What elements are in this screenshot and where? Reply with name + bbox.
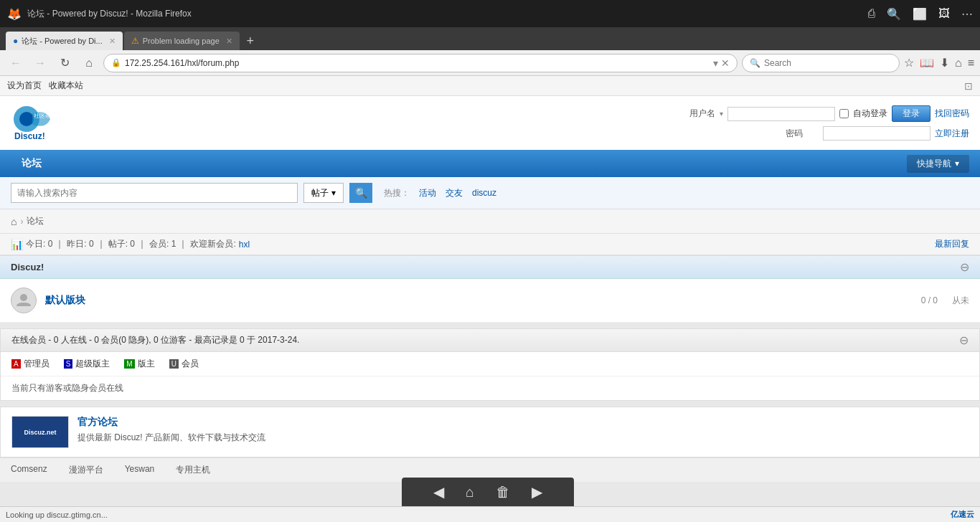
svg-point-1 (19, 112, 34, 126)
footer-link-manyou[interactable]: 漫游平台 (69, 464, 103, 476)
svg-text:社区动力: 社区动力 (34, 113, 57, 119)
back-button[interactable]: ← (6, 53, 26, 73)
zoom-icon[interactable]: 🔍 (887, 7, 901, 21)
stats-yesterday: 昨日: 0 (67, 238, 93, 250)
legend-member: U 会员 (169, 358, 199, 370)
mod-badge-icon: M (124, 359, 134, 369)
latest-reply-link[interactable]: 最新回复 (935, 238, 969, 250)
bookmark-site-link[interactable]: 收藏本站 (49, 80, 83, 92)
online-section: 在线会员 - 0 人在线 - 0 会员(0 隐身), 0 位游客 - 最高记录是… (0, 328, 980, 401)
tab-label-error: Problem loading page (143, 37, 220, 45)
search-go-icon: 🔍 (355, 187, 367, 199)
svg-text:Discuz!: Discuz! (14, 131, 45, 141)
forgot-password-link[interactable]: 找回密码 (935, 108, 969, 120)
menu-icon[interactable]: ≡ (968, 57, 974, 70)
tab-error[interactable]: ⚠ Problem loading page ✕ (124, 32, 240, 50)
search-type-arrow: ▾ (331, 188, 336, 198)
footer-link-hosting[interactable]: 专用主机 (176, 464, 210, 476)
lock-icon: 🔒 (111, 58, 121, 67)
official-forum: Discuz.net 官方论坛 提供最新 Discuz! 产品新闻、软件下载与技… (11, 416, 969, 448)
hot-link-friends[interactable]: 交友 (446, 187, 463, 199)
tab-favicon-forum: ● (13, 36, 18, 46)
home-button[interactable]: ⌂ (79, 53, 99, 73)
search-type-dropdown[interactable]: 帖子 ▾ (303, 183, 344, 203)
dropdown-arrow[interactable]: ▾ (713, 57, 718, 69)
bottom-home-button[interactable]: ⌂ (466, 484, 474, 498)
official-logo-text: Discuz.net (24, 429, 56, 436)
stats-today: 今日: 0 (26, 238, 52, 250)
stats-posts: 帖子: 0 (108, 238, 135, 250)
login-button[interactable]: 登录 (892, 105, 930, 122)
window-icon[interactable]: ⬜ (913, 7, 927, 21)
more-icon[interactable]: ⋯ (961, 7, 973, 21)
register-link[interactable]: 立即注册 (935, 128, 969, 140)
address-bar[interactable]: 🔒 172.25.254.161/hxl/forum.php ▾ ✕ (103, 54, 738, 72)
clear-address[interactable]: ✕ (721, 57, 730, 69)
forum-tab[interactable]: 论坛 (11, 151, 52, 176)
page-content: Discuz! 社区动力 用户名 ▾ 自动登录 登录 找回密码 密码 立即注册 … (0, 96, 980, 498)
forum-search-input[interactable] (11, 183, 298, 203)
set-homepage-link[interactable]: 设为首页 (7, 80, 42, 92)
svg-point-4 (20, 294, 27, 301)
stats-welcome: 欢迎新会员: (190, 238, 235, 250)
new-member-link[interactable]: hxl (239, 239, 250, 250)
tab-close-error[interactable]: ✕ (226, 37, 232, 46)
bottom-back-button[interactable]: ◀ (433, 483, 444, 498)
logo-area: Discuz! 社区动力 (11, 103, 68, 143)
bookmark-star-icon[interactable]: ☆ (904, 56, 914, 70)
official-title[interactable]: 官方论坛 (77, 416, 265, 429)
hot-link-activity[interactable]: 活动 (419, 187, 436, 199)
download-icon[interactable]: ⬇ (940, 56, 949, 70)
footer-link-comsenz[interactable]: Comsenz (11, 464, 47, 476)
collapse-online-icon[interactable]: ⊖ (959, 333, 969, 347)
quick-nav-button[interactable]: 快捷导航 ▾ (907, 155, 969, 173)
quick-nav-label: 快捷导航 (917, 158, 951, 170)
window-controls[interactable]: ⎙ 🔍 ⬜ 🖼 ⋯ (868, 7, 973, 21)
official-desc: 提供最新 Discuz! 产品新闻、软件下载与技术交流 (77, 432, 265, 444)
screenshot-icon[interactable]: 🖼 (938, 7, 950, 20)
auto-login-checkbox[interactable] (839, 109, 849, 118)
share-icon[interactable]: ⎙ (868, 7, 875, 20)
footer-link-yeswan[interactable]: Yeswan (125, 464, 155, 476)
search-go-button[interactable]: 🔍 (349, 183, 372, 203)
tab-close-forum[interactable]: ✕ (109, 37, 116, 46)
login-area: 用户名 ▾ 自动登录 登录 找回密码 密码 立即注册 (689, 105, 969, 141)
username-input[interactable] (727, 107, 835, 121)
minimize-icon[interactable]: ⊡ (964, 80, 973, 92)
avatar-icon (15, 292, 32, 309)
board-item-default: 默认版块 0 / 0 从未 (0, 279, 980, 323)
password-input[interactable] (823, 126, 930, 141)
board-avatar (11, 288, 37, 313)
member-badge-icon: U (169, 359, 179, 369)
tab-forum[interactable]: ● 论坛 - Powered by Di... ✕ (6, 32, 123, 50)
section-title-discuz: Discuz! (11, 262, 44, 272)
auto-login-label: 自动登录 (853, 108, 887, 120)
stats-icon: 📊 (11, 239, 23, 250)
board-name[interactable]: 默认版块 (45, 294, 921, 307)
tab-bar: ● 论坛 - Powered by Di... ✕ ⚠ Problem load… (0, 27, 980, 50)
online-title: 在线会员 - 0 人在线 - 0 会员(0 隐身), 0 位游客 - 最高记录是… (11, 334, 299, 346)
online-status: 当前只有游客或隐身会员在线 (1, 376, 979, 400)
board-last-post: 从未 (952, 295, 969, 307)
homepage-icon[interactable]: ⌂ (955, 57, 962, 70)
new-tab-button[interactable]: + (241, 32, 260, 50)
home-icon[interactable]: ⌂ (11, 216, 17, 227)
bookmarks-icon[interactable]: 📖 (920, 56, 934, 70)
forum-search-bar: 帖子 ▾ 🔍 热搜： 活动 交友 discuz (0, 177, 980, 209)
super-mod-label: 超级版主 (75, 358, 110, 370)
forward-button[interactable]: → (30, 53, 50, 73)
bottom-forward-button[interactable]: ▶ (532, 483, 542, 498)
bottom-delete-button[interactable]: 🗑 (496, 484, 510, 498)
search-bar[interactable]: 🔍 (742, 54, 900, 72)
reload-button[interactable]: ↻ (55, 53, 75, 73)
collapse-discuz-icon[interactable]: ⊖ (960, 260, 969, 274)
hot-link-discuz[interactable]: discuz (472, 188, 496, 198)
discuz-logo: Discuz! 社区动力 (11, 103, 68, 143)
search-input[interactable] (764, 58, 892, 68)
password-label: 密码 (786, 128, 803, 140)
footer-section: Discuz.net 官方论坛 提供最新 Discuz! 产品新闻、软件下载与技… (0, 407, 980, 457)
address-text: 172.25.254.161/hxl/forum.php (125, 58, 710, 68)
stats-members: 会员: 1 (149, 238, 176, 250)
mod-label: 版主 (138, 358, 155, 370)
legend-super-mod: S 超级版主 (64, 358, 110, 370)
